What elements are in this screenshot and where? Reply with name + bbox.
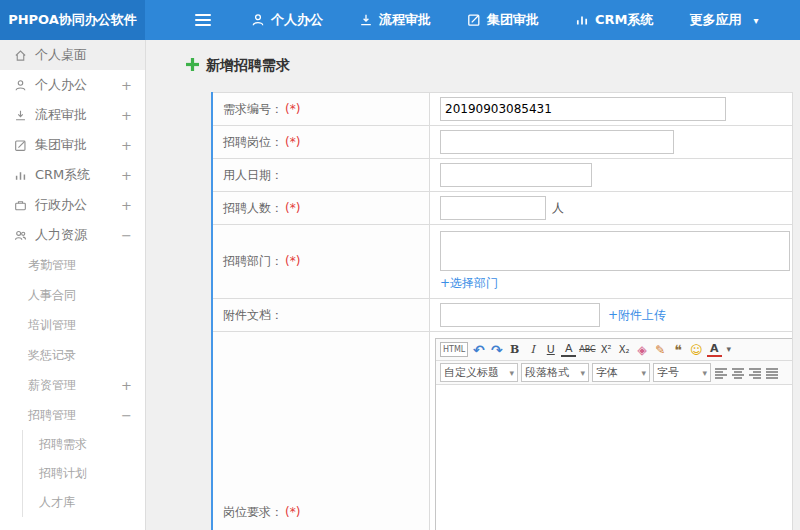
- sidebar-item-crm-system[interactable]: CRM系统 +: [0, 160, 145, 190]
- sidebar-item-training-management[interactable]: 培训管理: [0, 310, 145, 340]
- nav-workflow-approval[interactable]: 流程审批: [359, 11, 431, 29]
- align-right-icon[interactable]: [748, 366, 762, 380]
- sidebar: 个人桌面 个人办公 + 流程审批 + 集团审批 + CRM系统 + 行政办公 +…: [0, 40, 146, 530]
- editor-content[interactable]: [436, 385, 792, 530]
- position-input[interactable]: [440, 130, 674, 154]
- position-label-cell: 招聘岗位：(*): [212, 126, 430, 159]
- required-mark: (*): [285, 102, 300, 116]
- sidebar-item-talent-pool[interactable]: 人才库: [23, 488, 145, 517]
- demand-no-input[interactable]: [440, 97, 726, 121]
- sidebar-item-reward-punishment[interactable]: 奖惩记录: [0, 340, 145, 370]
- sidebar-item-recruitment-demand[interactable]: 招聘需求: [23, 430, 145, 459]
- field-label: 用人日期：: [223, 168, 283, 182]
- recruitment-submenu: 招聘需求 招聘计划 人才库: [22, 430, 145, 517]
- caret-down-icon: ▾: [754, 15, 759, 26]
- main-content: 新增招聘需求 需求编号：(*) 招聘岗位：(*) 用人日期：: [146, 40, 800, 530]
- recruitment-demand-form: 需求编号：(*) 招聘岗位：(*) 用人日期： 招聘人数：(*): [211, 92, 793, 530]
- app-logo: PHPOA协同办公软件: [0, 0, 145, 40]
- sidebar-item-attendance-management[interactable]: 考勤管理: [0, 250, 145, 280]
- field-label: 招聘人数：: [223, 201, 283, 215]
- caret-down-icon[interactable]: ▾: [725, 341, 733, 358]
- use-date-input[interactable]: [440, 163, 592, 187]
- emoticon-icon[interactable]: ☺: [689, 341, 704, 358]
- expand-toggle[interactable]: +: [121, 108, 132, 123]
- sidebar-item-salary-management[interactable]: 薪资管理 +: [0, 370, 145, 400]
- demand-no-label-cell: 需求编号：(*): [212, 93, 430, 126]
- department-textarea[interactable]: [440, 231, 790, 271]
- align-left-icon[interactable]: [714, 366, 728, 380]
- remove-format-icon[interactable]: ◈: [635, 341, 650, 358]
- attachment-upload-link[interactable]: +附件上传: [608, 308, 666, 322]
- caret-down-icon: ▾: [509, 368, 514, 378]
- nav-group-approval[interactable]: 集团审批: [467, 11, 539, 29]
- align-justify-icon[interactable]: [765, 366, 779, 380]
- sidebar-item-recruitment-plan[interactable]: 招聘计划: [23, 459, 145, 488]
- hamburger-menu-icon[interactable]: [195, 14, 211, 26]
- nav-more-apps[interactable]: 更多应用 ▾: [690, 11, 759, 29]
- top-nav: 个人办公 流程审批 集团审批 CRM系统 更多应用 ▾: [251, 11, 759, 29]
- briefcase-icon: [14, 199, 27, 212]
- headcount-label-cell: 招聘人数：(*): [212, 192, 430, 225]
- sidebar-item-recruitment-management[interactable]: 招聘管理 −: [0, 400, 145, 430]
- headcount-unit: 人: [552, 201, 564, 215]
- collapse-toggle[interactable]: −: [121, 408, 132, 423]
- undo-icon[interactable]: ↶: [471, 341, 486, 358]
- align-center-icon[interactable]: [731, 366, 745, 380]
- caret-down-icon: ▾: [702, 368, 707, 378]
- html-source-button[interactable]: HTML: [440, 342, 468, 357]
- font-size-dropdown[interactable]: 字号▾: [653, 363, 711, 382]
- expand-toggle[interactable]: +: [121, 168, 132, 183]
- attachment-input[interactable]: [440, 303, 600, 327]
- sidebar-item-group-approval[interactable]: 集团审批 +: [0, 130, 145, 160]
- field-label: 招聘岗位：: [223, 135, 283, 149]
- department-label-cell: 招聘部门：(*): [212, 225, 430, 299]
- italic-icon[interactable]: I: [525, 341, 540, 358]
- select-department-link[interactable]: +选择部门: [440, 275, 498, 292]
- font-family-dropdown[interactable]: 字体▾: [592, 363, 650, 382]
- requirements-label-cell: 岗位要求：(*): [212, 332, 430, 530]
- expand-toggle[interactable]: +: [121, 138, 132, 153]
- sidebar-item-personal-desktop[interactable]: 个人桌面: [0, 40, 145, 70]
- add-icon: [186, 58, 199, 74]
- users-icon: [14, 229, 27, 242]
- bar-chart-icon: [575, 13, 589, 27]
- required-mark: (*): [285, 201, 300, 215]
- underline-icon[interactable]: U: [543, 341, 558, 358]
- subscript-icon[interactable]: X₂: [617, 341, 632, 358]
- sidebar-item-personnel-contract[interactable]: 人事合同: [0, 280, 145, 310]
- workflow-icon: [14, 109, 27, 122]
- sidebar-item-admin-office[interactable]: 行政办公 +: [0, 190, 145, 220]
- editor-toolbar-row2: 自定义标题▾ 段落格式▾ 字体▾ 字号▾: [436, 361, 792, 385]
- required-mark: (*): [285, 254, 300, 268]
- expand-toggle[interactable]: +: [121, 378, 132, 393]
- expand-toggle[interactable]: +: [121, 198, 132, 213]
- font-style-icon[interactable]: A: [561, 342, 576, 357]
- user-icon: [14, 79, 27, 92]
- sidebar-item-workflow-approval[interactable]: 流程审批 +: [0, 100, 145, 130]
- nav-crm-system[interactable]: CRM系统: [575, 11, 654, 29]
- field-label: 招聘部门：: [223, 254, 283, 268]
- workflow-icon: [359, 13, 373, 27]
- collapse-toggle[interactable]: −: [121, 228, 132, 243]
- strikethrough-icon[interactable]: ABC: [579, 341, 595, 358]
- paragraph-format-dropdown[interactable]: 段落格式▾: [521, 363, 589, 382]
- bold-icon[interactable]: B: [507, 341, 522, 358]
- sidebar-item-human-resources[interactable]: 人力资源 −: [0, 220, 145, 250]
- editor-toolbar-row1: HTML ↶ ↷ B I U A ABC X² X₂ ◈ ✎ ❝ ☺: [436, 339, 792, 361]
- expand-toggle[interactable]: +: [121, 78, 132, 93]
- format-brush-icon[interactable]: ✎: [653, 341, 668, 358]
- superscript-icon[interactable]: X²: [599, 341, 614, 358]
- blockquote-icon[interactable]: ❝: [671, 341, 686, 358]
- font-color-icon[interactable]: A: [707, 342, 722, 357]
- use-date-label-cell: 用人日期：: [212, 159, 430, 192]
- redo-icon[interactable]: ↷: [489, 341, 504, 358]
- sidebar-item-personal-office[interactable]: 个人办公 +: [0, 70, 145, 100]
- caret-down-icon: ▾: [580, 368, 585, 378]
- field-label: 需求编号：: [223, 102, 283, 116]
- edit-square-icon: [467, 13, 481, 27]
- home-icon: [14, 49, 27, 62]
- headcount-input[interactable]: [440, 196, 546, 220]
- page-head: 新增招聘需求: [186, 56, 800, 76]
- nav-personal-office[interactable]: 个人办公: [251, 11, 323, 29]
- custom-heading-dropdown[interactable]: 自定义标题▾: [440, 363, 518, 382]
